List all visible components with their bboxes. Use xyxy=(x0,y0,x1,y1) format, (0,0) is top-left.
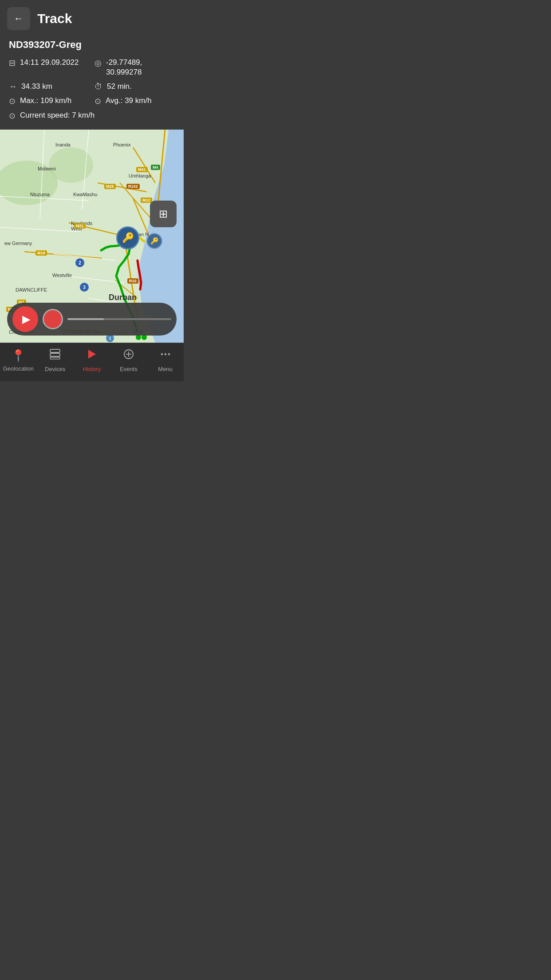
devices-nav-label: Devices xyxy=(45,366,65,372)
svg-text:i: i xyxy=(109,336,110,341)
badge-m4: M4 xyxy=(151,162,160,170)
timer-icon: ⏱ xyxy=(94,82,102,91)
max-speed-icon: ⊙ xyxy=(9,96,16,106)
badge-r102: R102 xyxy=(126,182,140,190)
nav-item-history[interactable]: History xyxy=(76,348,107,372)
location-icon: ◎ xyxy=(94,58,102,68)
datetime-row: ⊟ 14:11 29.09.2022 xyxy=(9,58,89,77)
badge-m19: M19 xyxy=(35,248,47,256)
distance-row: ↔ 34.33 km xyxy=(9,82,89,91)
devices-nav-icon xyxy=(49,348,61,363)
coordinates-value: -29.77489, 30.999278 xyxy=(106,58,175,77)
page-title: Track xyxy=(37,11,72,26)
badge-m21: M21 xyxy=(74,221,86,229)
events-nav-label: Events xyxy=(120,366,138,372)
layers-button[interactable]: ⊞ xyxy=(150,201,177,227)
max-speed-value: Max.: 109 km/h xyxy=(20,96,71,106)
info-panel: ND393207-Greg ⊟ 14:11 29.09.2022 ◎ -29.7… xyxy=(0,36,184,130)
history-nav-label: History xyxy=(83,366,101,372)
map-marker-large[interactable]: 🔑 xyxy=(116,226,139,249)
datetime-value: 14:11 29.09.2022 xyxy=(20,58,79,67)
key-icon-large: 🔑 xyxy=(122,232,134,244)
record-button[interactable] xyxy=(43,309,63,329)
distance-value: 34.33 km xyxy=(21,82,52,91)
header: ← Track xyxy=(0,0,184,36)
map-container[interactable]: i Inanda Phoenix Molweni Umhlanga Ntuzum… xyxy=(0,130,184,343)
svg-point-27 xyxy=(136,335,141,340)
record-dot xyxy=(47,314,58,324)
max-speed-row: ⊙ Max.: 109 km/h xyxy=(9,96,89,106)
device-name: ND393207-Greg xyxy=(9,39,175,51)
calendar-icon: ⊟ xyxy=(9,58,16,68)
progress-track[interactable] xyxy=(67,318,171,320)
nav-item-geolocation[interactable]: 📍 Geolocation xyxy=(3,349,34,372)
svg-marker-32 xyxy=(88,350,96,359)
coordinates-row: ◎ -29.77489, 30.999278 xyxy=(94,58,175,77)
badge-m12: M12 xyxy=(141,195,152,203)
history-nav-icon xyxy=(86,348,98,363)
badge-r10: R10 xyxy=(127,276,138,284)
geolocation-nav-icon: 📍 xyxy=(11,349,25,363)
duration-value: 52 min. xyxy=(107,82,132,91)
current-speed-icon: ⊙ xyxy=(9,111,16,121)
progress-fill xyxy=(67,318,104,320)
nav-item-devices[interactable]: Devices xyxy=(39,348,71,372)
playback-bar: ▶ xyxy=(7,303,177,336)
layers-icon: ⊞ xyxy=(159,208,168,220)
avg-speed-row: ⊙ Avg.: 39 km/h xyxy=(94,96,175,106)
play-icon: ▶ xyxy=(22,313,30,325)
svg-rect-29 xyxy=(50,349,60,352)
info-grid: ⊟ 14:11 29.09.2022 ◎ -29.77489, 30.99927… xyxy=(9,58,175,121)
current-speed-row: ⊙ Current speed: 7 km/h xyxy=(9,111,175,121)
distance-icon: ↔ xyxy=(9,82,17,91)
current-speed-value: Current speed: 7 km/h xyxy=(20,111,94,120)
bottom-nav: 📍 Geolocation Devices History xyxy=(0,343,184,381)
svg-point-37 xyxy=(164,353,166,355)
avg-speed-icon: ⊙ xyxy=(94,96,101,106)
play-button[interactable]: ▶ xyxy=(12,306,38,332)
menu-nav-label: Menu xyxy=(158,366,173,372)
avg-speed-value: Avg.: 39 km/h xyxy=(106,96,152,106)
menu-nav-icon xyxy=(160,348,171,363)
geolocation-nav-label: Geolocation xyxy=(3,365,34,372)
events-nav-icon xyxy=(123,348,134,363)
back-arrow-icon: ← xyxy=(14,13,24,24)
svg-point-28 xyxy=(142,335,147,340)
badge-m25: M25 xyxy=(104,182,116,190)
nav-item-events[interactable]: Events xyxy=(113,348,144,372)
svg-point-38 xyxy=(168,353,169,355)
svg-rect-30 xyxy=(50,353,60,356)
svg-rect-31 xyxy=(50,357,60,359)
svg-point-36 xyxy=(161,353,162,355)
back-button[interactable]: ← xyxy=(7,7,30,30)
nav-item-menu[interactable]: Menu xyxy=(150,348,181,372)
badge-m41: M41 xyxy=(136,165,148,173)
duration-row: ⏱ 52 min. xyxy=(94,82,175,91)
key-icon-small: 🔑 xyxy=(150,237,159,245)
